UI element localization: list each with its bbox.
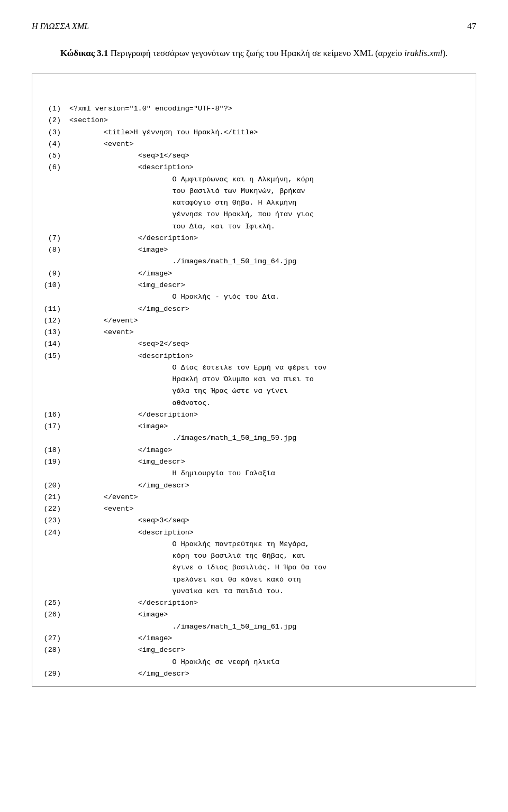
line-number: (12) [32,315,69,327]
line-content: αθάνατος. [69,398,476,409]
code-line: γάλα της Ήρας ώστε να γίνει [32,385,476,397]
code-line: (21) </event> [32,492,476,503]
line-content: ./images/math_1_50_img_59.jpg [69,432,476,444]
line-number: (5) [32,150,69,162]
line-number: (14) [32,338,69,350]
line-number: (28) [32,644,69,656]
line-content: Ο Δίας έστειλε τον Ερμή να φέρει τον [69,362,476,374]
code-line: (5) <seq>1</seq> [32,150,476,162]
code-line: καταφύγιο στη Θήβα. Η Αλκμήνη [32,197,476,209]
chapter-title: Κώδικας 3.1 Περιγραφή τεσσάρων γεγονότων… [32,47,476,60]
line-content: </image> [69,445,476,456]
code-line: (10) <img_descr> [32,280,476,291]
code-line: (29) </img_descr> [32,668,476,680]
line-content: Ο Ηρακλής σε νεαρή ηλικία [69,657,476,668]
line-content: <event> [69,327,476,338]
code-line: (28) <img_descr> [32,644,476,656]
code-line: Ο Αμφιτρύωνας και η Αλκμήνη, κόρη [32,174,476,186]
line-content: </description> [69,597,476,609]
code-line: Ηρακλή στον Όλυμπο και να πιει το [32,374,476,385]
code-line: (12) </event> [32,315,476,327]
code-line: Ο Ηρακλής σε νεαρή ηλικία [32,657,476,668]
line-content: γέννησε τον Ηρακλή, που ήταν γιος [69,209,476,220]
line-number: (23) [32,515,69,527]
line-number: (15) [32,350,69,362]
line-content: <?xml version="1.0" encoding="UTF-8"?> [69,103,476,115]
line-content: Ο Ηρακλής - γιός του Δία. [69,291,476,303]
line-content: <title>Η γέννηση του Ηρακλή.</title> [69,127,476,139]
line-number: (21) [32,492,69,503]
line-content: έγινε ο ίδιος βασιλιάς. Η Ήρα θα τον [69,562,476,574]
code-line: αθάνατος. [32,398,476,409]
code-line: γέννησε τον Ηρακλή, που ήταν γιος [32,209,476,220]
line-number: (20) [32,480,69,492]
line-content: ./images/math_1_50_img_61.jpg [69,621,476,633]
code-line: (3) <title>Η γέννηση του Ηρακλή.</title> [32,127,476,139]
line-content: <image> [69,244,476,256]
line-number: (2) [32,115,69,126]
line-number: (29) [32,668,69,680]
line-content: </image> [69,268,476,280]
line-number: (8) [32,244,69,256]
code-line: τρελάνει και θα κάνει κακό στη [32,574,476,586]
code-line: ./images/math_1_50_img_61.jpg [32,621,476,633]
line-content: </description> [69,409,476,421]
line-number: (25) [32,597,69,609]
code-line: (24) <description> [32,527,476,539]
code-line: του Δία, και τον Ιφικλή. [32,221,476,233]
line-number: (10) [32,280,69,291]
line-content: Ηρακλή στον Όλυμπο και να πιει το [69,374,476,385]
code-line: (1)<?xml version="1.0" encoding="UTF-8"?… [32,103,476,115]
code-line: (8) <image> [32,244,476,256]
line-number: (3) [32,127,69,139]
code-line: Ο Ηρακλής - γιός του Δία. [32,291,476,303]
line-content: </image> [69,633,476,644]
line-content: <image> [69,609,476,621]
code-line: (26) <image> [32,609,476,621]
line-number: (9) [32,268,69,280]
line-content: </img_descr> [69,668,476,680]
code-line: (25) </description> [32,597,476,609]
code-line: (16) </description> [32,409,476,421]
line-content: του βασιλιά των Μυκηνών, βρήκαν [69,186,476,197]
line-content: κόρη του βασιλιά της Θήβας, και [69,550,476,562]
line-number: (6) [32,162,69,173]
code-line: (2)<section> [32,115,476,126]
line-content: <img_descr> [69,280,476,291]
line-number: (16) [32,409,69,421]
code-line: (20) </img_descr> [32,480,476,492]
code-line: (18) </image> [32,445,476,456]
code-line: (6) <description> [32,162,476,173]
line-content: <seq>3</seq> [69,515,476,527]
code-line: (13) <event> [32,327,476,338]
line-number: (1) [32,103,69,115]
line-number: (4) [32,139,69,150]
line-content: Ο Αμφιτρύωνας και η Αλκμήνη, κόρη [69,174,476,186]
line-number: (27) [32,633,69,644]
code-line: γυναίκα και τα παιδιά του. [32,586,476,597]
code-line: (14) <seq>2</seq> [32,338,476,350]
code-line: Η δημιουργία του Γαλαξία [32,468,476,479]
line-number: (18) [32,445,69,456]
line-content: <section> [69,115,476,126]
code-line: (4) <event> [32,139,476,150]
line-content: τρελάνει και θα κάνει κακό στη [69,574,476,586]
line-content: </event> [69,492,476,503]
code-line: Ο Δίας έστειλε τον Ερμή να φέρει τον [32,362,476,374]
page-number: 47 [467,21,476,32]
line-content: <description> [69,162,476,173]
code-line: (27) </image> [32,633,476,644]
code-line: (23) <seq>3</seq> [32,515,476,527]
line-content: <img_descr> [69,456,476,468]
code-line: (19) <img_descr> [32,456,476,468]
line-number: (13) [32,327,69,338]
line-content: ./images/math_1_50_img_64.jpg [69,256,476,267]
line-content: </img_descr> [69,480,476,492]
header-title: Η ΓΛΩΣΣΑ XML [32,22,89,31]
code-line: (22) <event> [32,503,476,515]
line-number: (24) [32,527,69,539]
code-line: έγινε ο ίδιος βασιλιάς. Η Ήρα θα τον [32,562,476,574]
code-line: ./images/math_1_50_img_64.jpg [32,256,476,267]
code-line: Ο Ηρακλής παντρεύτηκε τη Μεγάρα, [32,539,476,550]
line-content: </img_descr> [69,303,476,315]
